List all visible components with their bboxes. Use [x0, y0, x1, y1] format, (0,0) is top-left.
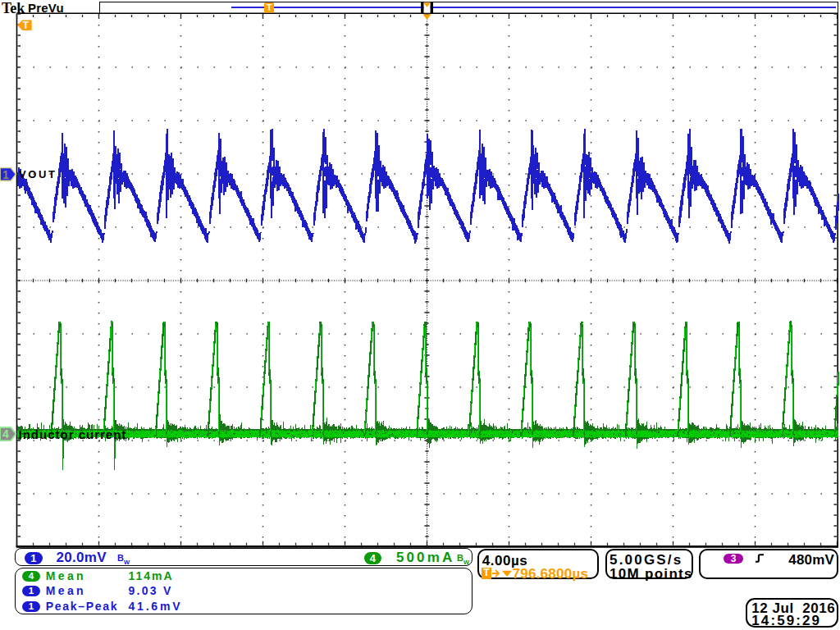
- svg-text:4: 4: [2, 427, 9, 441]
- svg-text:1: 1: [2, 168, 9, 181]
- svg-text:T: T: [267, 2, 272, 12]
- svg-text:T: T: [23, 20, 30, 31]
